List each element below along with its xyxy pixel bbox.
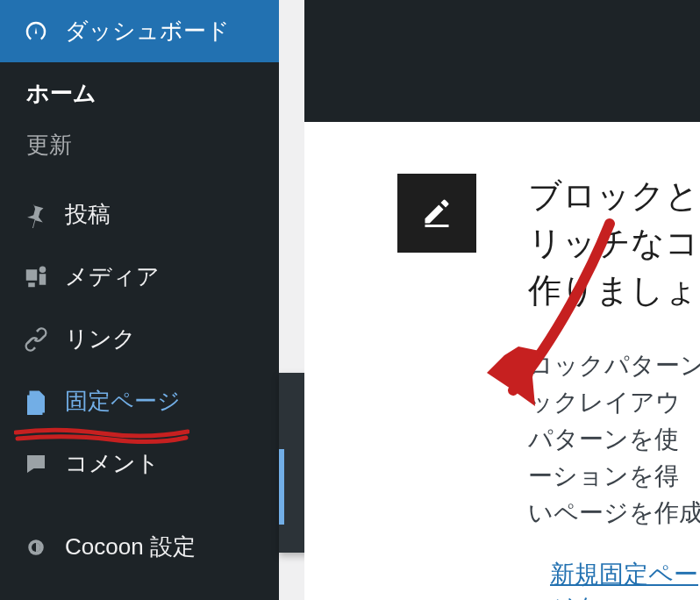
welcome-banner [304, 0, 700, 122]
content-area: ブロックと リッチなコ 作りましょ ロックパターン ックレイアウ パターンを使 … [304, 0, 700, 600]
link-icon [23, 326, 49, 353]
svg-point-0 [39, 266, 46, 273]
sidebar-item-label: 固定ページ [65, 386, 181, 417]
sidebar-item-media[interactable]: メディア [0, 246, 279, 308]
subitem-home[interactable]: ホーム [0, 68, 279, 119]
sidebar-item-label: コメント [65, 448, 160, 479]
welcome-body: ロックパターン ックレイアウ パターンを使 ーションを得 いページを作成 [528, 347, 700, 532]
sidebar-item-dashboard[interactable]: ダッシュボード [0, 0, 279, 62]
dashboard-submenu: ホーム 更新 [0, 62, 279, 183]
dashboard-icon [23, 18, 49, 45]
edit-block-button[interactable] [397, 174, 476, 253]
sidebar-item-label: 投稿 [65, 199, 111, 230]
sidebar-item-label: ダッシュボード [65, 16, 230, 46]
cocoon-icon [23, 534, 49, 561]
media-icon [23, 264, 49, 290]
svg-rect-3 [425, 225, 449, 227]
sidebar-item-links[interactable]: リンク [0, 308, 279, 370]
sidebar-item-pages[interactable]: 固定ページ [0, 370, 279, 432]
sidebar-item-posts[interactable]: 投稿 [0, 183, 279, 246]
add-new-page-link[interactable]: 新規固定ページを [550, 558, 700, 600]
sidebar-item-cocoon[interactable]: Cocoon 設定 [0, 516, 279, 578]
sidebar-item-label: メディア [65, 261, 160, 292]
welcome-heading: ブロックと リッチなコ 作りましょ [528, 172, 699, 314]
pages-icon [23, 389, 49, 415]
subitem-updates[interactable]: 更新 [0, 119, 279, 171]
sidebar-item-label: リンク [65, 324, 136, 354]
pencil-icon [421, 196, 453, 231]
pin-icon [23, 202, 49, 228]
sidebar-item-label: Cocoon 設定 [65, 532, 196, 562]
comment-icon [23, 451, 49, 477]
admin-sidebar: ダッシュボード ホーム 更新 投稿 メディア リンク 固定ページ コ [0, 0, 279, 600]
sidebar-item-comments[interactable]: コメント [0, 432, 279, 495]
